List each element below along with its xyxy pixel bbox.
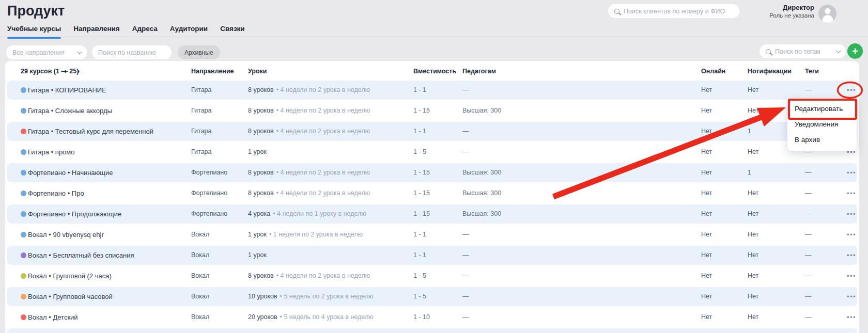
course-direction: Гитара <box>191 142 212 162</box>
course-color-dot <box>21 232 26 237</box>
course-online: Нет <box>701 122 712 141</box>
course-direction: Фортепиано <box>191 163 227 182</box>
course-teachers: Высшая: 300 <box>462 101 501 120</box>
course-tags: — <box>805 163 812 182</box>
course-name: Фортепиано • Про <box>28 184 84 203</box>
course-direction: Вокал <box>191 287 209 306</box>
course-notifications: Нет <box>748 246 758 265</box>
course-teachers: — <box>462 225 469 244</box>
course-notifications: Нет <box>748 308 758 327</box>
tab-label: Направления <box>73 25 120 33</box>
course-notifications: Нет <box>748 142 758 162</box>
column-header-tags: Теги <box>805 66 819 76</box>
context-menu-item-notifications[interactable]: Уведомления <box>787 117 857 132</box>
course-name: Вокал • Групповой часовой <box>28 287 113 306</box>
course-tags: — <box>805 184 812 203</box>
course-capacity: 1 - 5 <box>413 266 426 286</box>
search-icon <box>614 9 619 14</box>
course-lessons: 10 уроков• 5 недель по 2 урока в неделю <box>248 287 374 306</box>
pager-next-button[interactable]: › <box>78 66 80 76</box>
tag-search-input[interactable] <box>775 48 832 55</box>
course-color-dot <box>21 273 26 279</box>
course-name: Фортепиано • Продолжающие <box>28 204 121 224</box>
course-online: Нет <box>701 142 712 162</box>
course-tags: — <box>805 204 812 224</box>
course-tags: — <box>805 225 812 244</box>
direction-filter-select[interactable]: Все направления <box>6 45 87 59</box>
course-name: Вокал • Групповой (2 часа) <box>28 266 112 286</box>
table-row: Вокал • Групповой (2 часа) Вокал 8 уроко… <box>7 266 857 286</box>
course-capacity: 1 - 15 <box>413 163 430 182</box>
course-direction: Гитара <box>191 81 212 100</box>
course-capacity: 1 - 1 <box>413 122 426 141</box>
table-row: Фортепиано • Про Фортепиано 8 уроков• 4 … <box>7 184 857 203</box>
search-icon <box>766 49 771 54</box>
course-teachers: — <box>462 122 469 141</box>
user-name: Директор <box>713 4 814 12</box>
course-color-dot <box>21 314 26 320</box>
course-notifications: Нет <box>748 184 758 203</box>
lessons-count: 4 урока <box>248 210 270 217</box>
row-actions-button[interactable]: ••• <box>842 246 859 265</box>
course-direction: Гитара <box>191 122 212 141</box>
course-online: Нет <box>701 184 712 203</box>
course-color-dot <box>21 191 26 196</box>
archived-button[interactable]: Архивные <box>178 45 220 59</box>
context-menu-item-edit[interactable]: Редактировать <box>787 101 857 117</box>
course-notifications: Нет <box>748 266 758 286</box>
row-actions-button[interactable]: ••• <box>842 287 859 306</box>
column-header-online: Онлайн <box>701 66 725 76</box>
tab-label: Связки <box>220 25 245 33</box>
tab-label: Аудитории <box>170 25 208 33</box>
tag-search[interactable] <box>760 44 846 58</box>
course-capacity: 1 - 10 <box>413 308 430 327</box>
course-color-dot <box>21 129 26 134</box>
table-row: Гитара • Сложные аккорды Гитара 8 уроков… <box>7 101 857 120</box>
course-lessons: 8 уроков• 4 недели по 2 урока в неделю <box>248 266 370 286</box>
course-online: Нет <box>701 81 712 100</box>
course-name: Гитара • КОПИРОВАНИЕ <box>28 81 106 100</box>
course-direction: Вокал <box>191 246 209 265</box>
avatar[interactable] <box>818 5 836 23</box>
name-search[interactable] <box>92 45 172 59</box>
tab-label: Адреса <box>132 25 158 33</box>
course-name: Вокал • 90 vbyenysq ehjr <box>28 225 104 244</box>
table-row: Фортепиано • Продолжающие Фортепиано 4 у… <box>7 204 857 224</box>
row-actions-button[interactable]: ••• <box>842 204 859 224</box>
lessons-note: • 4 недели по 2 урока в неделю <box>276 128 370 135</box>
table-row: Гитара • промо Гитара 1 урок 1 - 5 — Нет… <box>7 142 857 162</box>
row-actions-button[interactable]: ••• <box>842 81 859 100</box>
course-teachers: Высшая: 300 <box>462 184 501 203</box>
row-actions-button[interactable]: ••• <box>842 225 859 244</box>
course-tags: — <box>805 266 812 286</box>
row-actions-button[interactable]: ••• <box>842 266 859 286</box>
user-info[interactable]: Директор Роль не указана <box>713 4 814 19</box>
course-capacity: 1 - 15 <box>413 204 430 224</box>
course-color-dot <box>21 87 26 93</box>
course-direction: Фортепиано <box>191 204 227 224</box>
row-actions-button[interactable]: ••• <box>842 163 859 182</box>
course-lessons: 8 уроков• 4 недели по 2 урока в неделю <box>248 163 370 182</box>
course-name: Гитара • Тестовый курс для переменной <box>28 122 153 141</box>
column-header-lessons: Уроки <box>248 66 267 76</box>
course-teachers: — <box>462 266 469 286</box>
chevron-down-icon <box>836 48 841 53</box>
pager-prev-button[interactable]: ‹ <box>64 66 66 76</box>
name-search-input[interactable] <box>98 49 165 56</box>
lessons-note: • 4 недели по 1 уроку в неделю <box>273 210 366 217</box>
row-actions-button[interactable]: ••• <box>842 308 859 327</box>
course-tags: — <box>805 81 812 100</box>
course-lessons: 8 уроков• 4 недели по 2 урока в неделю <box>248 101 370 120</box>
lessons-note: • 4 недели по 2 урока в неделю <box>276 107 370 114</box>
course-teachers: — <box>462 308 469 327</box>
add-course-button[interactable]: + <box>847 43 863 59</box>
context-menu-item-archive[interactable]: В архив <box>787 132 857 148</box>
course-online: Нет <box>701 225 712 244</box>
page-title: Продукт <box>7 3 65 19</box>
lessons-note: • 4 недели по 2 урока в неделю <box>276 272 370 279</box>
course-lessons: 20 уроков• 5 недель по 4 урока в неделю <box>248 308 374 327</box>
course-notifications: Нет <box>748 101 758 120</box>
course-lessons: 8 уроков• 4 недели по 2 урока в неделю <box>248 184 370 203</box>
row-actions-button[interactable]: ••• <box>842 184 859 203</box>
course-online: Нет <box>701 163 712 182</box>
